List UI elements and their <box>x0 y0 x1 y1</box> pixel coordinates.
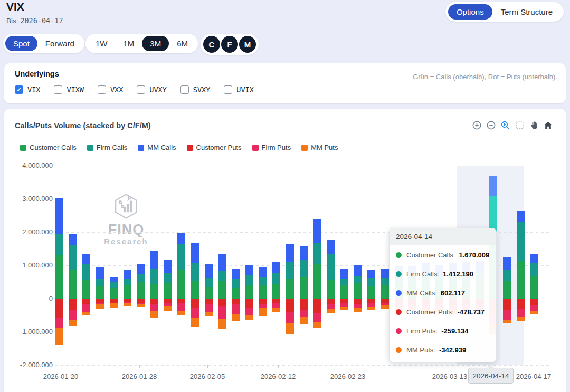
bar-segment-firm-calls[interactable] <box>340 279 348 285</box>
bar-segment-firm-puts[interactable] <box>164 303 172 307</box>
term-structure-tab[interactable]: Term Structure <box>492 4 561 20</box>
bar-segment-firm-calls[interactable] <box>164 273 172 283</box>
bar-segment-customer-puts[interactable] <box>82 299 90 304</box>
bar-segment-customer-puts[interactable] <box>517 299 525 309</box>
bar-segment-mm-calls[interactable] <box>191 243 199 263</box>
bar-segment-mm-calls[interactable] <box>286 244 294 262</box>
bar-segment-firm-puts[interactable] <box>354 304 362 309</box>
bar-segment-customer-calls[interactable] <box>300 277 308 299</box>
bar-segment-customer-calls[interactable] <box>218 281 226 299</box>
bar-segment-mm-calls[interactable] <box>503 257 511 270</box>
bar-segment-customer-calls[interactable] <box>259 285 267 299</box>
bar-segment-mm-puts[interactable] <box>69 320 77 326</box>
bar-segment-customer-calls[interactable] <box>96 286 104 299</box>
bar-segment-firm-puts[interactable] <box>272 303 280 308</box>
bar-segment-firm-calls[interactable] <box>218 271 226 281</box>
bar-segment-firm-calls[interactable] <box>69 245 77 270</box>
bar-segment-customer-calls[interactable] <box>150 284 158 299</box>
bar-segment-customer-calls[interactable] <box>69 270 77 299</box>
bar-segment-mm-puts[interactable] <box>205 312 213 317</box>
bar-segment-customer-puts[interactable] <box>137 299 145 303</box>
bar-segment-firm-calls[interactable] <box>191 263 199 281</box>
bar-segment-firm-puts[interactable] <box>259 304 267 308</box>
range-option-1M[interactable]: 1M <box>116 36 142 51</box>
bar-segment-mm-puts[interactable] <box>272 308 280 312</box>
bar-segment-firm-calls[interactable] <box>259 277 267 284</box>
bar-segment-mm-calls[interactable] <box>150 251 158 269</box>
bar-segment-customer-calls[interactable] <box>177 270 185 299</box>
bar-segment-mm-puts[interactable] <box>503 320 511 323</box>
bar-segment-customer-calls[interactable] <box>82 280 90 299</box>
bar-segment-customer-calls[interactable] <box>164 283 172 299</box>
bar-segment-mm-calls[interactable] <box>340 269 348 279</box>
bar-segment-mm-calls[interactable] <box>177 233 185 244</box>
bar-segment-firm-puts[interactable] <box>150 304 158 311</box>
bar-segment-mm-puts[interactable] <box>354 308 362 312</box>
bar-segment-firm-calls[interactable] <box>150 269 158 284</box>
bar-segment-firm-calls[interactable] <box>530 263 538 276</box>
bar-segment-mm-puts[interactable] <box>381 305 389 309</box>
bar-segment-firm-calls[interactable] <box>503 270 511 282</box>
bar-segment-firm-calls[interactable] <box>286 262 294 279</box>
bar-segment-customer-calls[interactable] <box>340 285 348 299</box>
bar-segment-firm-puts[interactable] <box>55 318 63 328</box>
bar-segment-mm-calls[interactable] <box>205 264 213 278</box>
bar-segment-firm-calls[interactable] <box>96 279 104 286</box>
bar-segment-customer-puts[interactable] <box>259 299 267 304</box>
bar-segment-mm-calls[interactable] <box>489 176 497 196</box>
cfm-option-F[interactable]: F <box>221 36 238 53</box>
bar-segment-firm-calls[interactable] <box>517 222 525 261</box>
bar-segment-customer-puts[interactable] <box>96 299 104 303</box>
bar-segment-customer-puts[interactable] <box>164 299 172 303</box>
bar-segment-mm-puts[interactable] <box>517 317 525 321</box>
bar-segment-firm-puts[interactable] <box>327 304 335 309</box>
bar-segment-firm-calls[interactable] <box>313 243 321 265</box>
bar-segment-firm-calls[interactable] <box>82 264 90 280</box>
bar-segment-customer-calls[interactable] <box>191 281 199 299</box>
bar-segment-customer-puts[interactable] <box>205 299 213 304</box>
bar-segment-mm-puts[interactable] <box>327 309 335 313</box>
bar-segment-customer-puts[interactable] <box>300 299 308 310</box>
bar-segment-mm-puts[interactable] <box>82 312 90 315</box>
bar-segment-customer-puts[interactable] <box>55 299 63 318</box>
bar-segment-mm-puts[interactable] <box>286 323 294 334</box>
range-option-6M[interactable]: 6M <box>169 36 196 51</box>
bar-segment-mm-puts[interactable] <box>96 304 104 309</box>
bar-segment-customer-calls[interactable] <box>367 286 375 299</box>
bar-segment-customer-puts[interactable] <box>110 299 118 303</box>
bar-segment-firm-calls[interactable] <box>124 279 131 285</box>
bar-segment-firm-puts[interactable] <box>218 306 226 319</box>
bar-segment-mm-calls[interactable] <box>272 262 280 273</box>
bar-segment-customer-calls[interactable] <box>381 285 389 299</box>
bar-segment-customer-puts[interactable] <box>177 299 185 303</box>
bar-segment-firm-calls[interactable] <box>354 276 362 283</box>
bar-segment-mm-calls[interactable] <box>232 269 240 278</box>
bar-segment-mm-calls[interactable] <box>517 211 525 222</box>
bar-segment-customer-puts[interactable] <box>218 299 226 306</box>
bar-segment-customer-calls[interactable] <box>110 288 118 299</box>
bar-segment-mm-calls[interactable] <box>313 219 321 242</box>
bar-segment-customer-puts[interactable] <box>367 299 375 303</box>
bar-segment-firm-calls[interactable] <box>272 273 280 283</box>
bar-segment-customer-calls[interactable] <box>205 287 213 299</box>
bar-segment-firm-calls[interactable] <box>327 254 335 280</box>
bar-segment-firm-calls[interactable] <box>110 282 118 288</box>
bar-segment-mm-calls[interactable] <box>381 269 389 278</box>
bar-segment-firm-puts[interactable] <box>503 310 511 320</box>
bar-segment-customer-calls[interactable] <box>137 282 145 299</box>
bar-segment-firm-puts[interactable] <box>177 303 185 311</box>
bar-segment-customer-calls[interactable] <box>354 283 362 299</box>
bar-segment-firm-calls[interactable] <box>367 278 375 286</box>
bar-segment-firm-calls[interactable] <box>232 279 240 288</box>
bar-segment-mm-puts[interactable] <box>177 311 185 315</box>
bar-segment-mm-puts[interactable] <box>530 311 538 314</box>
bar-segment-mm-calls[interactable] <box>327 240 335 254</box>
underlying-checkbox-SVXY[interactable]: SVXY <box>180 85 211 94</box>
mode-option-Forward[interactable]: Forward <box>37 36 82 51</box>
bar-segment-customer-puts[interactable] <box>354 299 362 304</box>
bar-segment-firm-puts[interactable] <box>313 313 321 322</box>
bar-segment-mm-calls[interactable] <box>137 264 145 274</box>
bar-segment-mm-calls[interactable] <box>530 254 538 264</box>
bar-segment-customer-calls[interactable] <box>286 279 294 299</box>
bar-segment-customer-puts[interactable] <box>340 299 348 303</box>
